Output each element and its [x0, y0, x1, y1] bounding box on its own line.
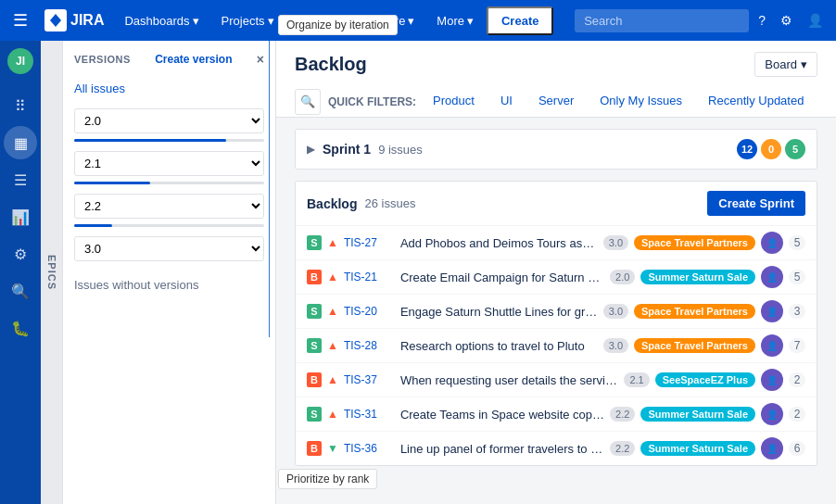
issue-row[interactable]: B ▲ TIS-37 When requesting user details … [296, 362, 817, 397]
issue-label: Space Travel Partners [634, 235, 755, 250]
scroll-area: ▶ Sprint 1 9 issues 12 0 5 Backlog [276, 118, 836, 504]
filters-row: 🔍 QUICK FILTERS: Product UI Server Only … [295, 86, 817, 117]
issue-points: 3 [789, 304, 805, 319]
backlog-section-count: 26 issues [364, 196, 415, 210]
filter-only-my-issues[interactable]: Only My Issues [590, 86, 691, 117]
chevron-down-icon: ▾ [467, 14, 474, 28]
issues-without-versions[interactable]: Issues without versions [63, 267, 275, 303]
sidebar-item-board[interactable]: ▦ [4, 126, 37, 159]
backlog-section-title: Backlog [307, 196, 357, 211]
issue-points: 5 [789, 235, 805, 250]
chevron-down-icon: ▾ [193, 14, 199, 28]
issue-version: 2.1 [624, 372, 649, 387]
issue-id: TIS-37 [344, 373, 395, 386]
sidebar-icons: JI ⠿ ▦ ☰ 📊 ⚙ 🔍 🐛 [0, 41, 41, 504]
issue-points: 2 [789, 407, 805, 422]
issue-label: Space Travel Partners [634, 304, 755, 319]
backlog-section: Backlog 26 issues Create Sprint S ▲ TIS-… [295, 181, 817, 466]
sidebar-item-addons[interactable]: ⚙ [4, 237, 37, 271]
issue-label: Summer Saturn Sale [640, 441, 755, 456]
create-button[interactable]: Create [487, 6, 553, 35]
version-bar-bg [74, 224, 264, 227]
user-icon[interactable]: 👤 [802, 7, 829, 33]
search-input[interactable] [575, 9, 749, 32]
sprint-badge-blue: 12 [737, 139, 757, 159]
version-select-20[interactable]: 2.0 [74, 108, 264, 133]
version-select-30[interactable]: 3.0 [74, 236, 264, 261]
capture-menu[interactable]: Capture ▾ [353, 8, 424, 33]
issue-avatar: 👤 [761, 403, 783, 425]
version-bar-wrap [63, 182, 275, 188]
search-small-button[interactable]: 🔍 [295, 89, 321, 115]
epics-tab[interactable]: EPICS [41, 41, 63, 504]
dashboards-menu[interactable]: Dashboards ▾ [115, 8, 208, 33]
issue-row[interactable]: S ▲ TIS-20 Engage Saturn Shuttle Lines f… [296, 294, 817, 328]
issue-summary: Create Teams in Space website copy for t… [400, 408, 604, 422]
filter-recently-updated[interactable]: Recently Updated [699, 86, 813, 117]
version-select-22[interactable]: 2.2 [74, 194, 264, 219]
filter-product[interactable]: Product [424, 86, 484, 117]
issue-avatar: 👤 [761, 232, 783, 254]
version-select-21[interactable]: 2.1 [74, 151, 264, 176]
issue-id: TIS-27 [344, 236, 395, 249]
issues-menu[interactable]: Issues ▾ [287, 8, 350, 33]
issue-avatar: 👤 [761, 266, 783, 288]
jira-logo-icon [44, 9, 67, 32]
issue-row[interactable]: B ▼ TIS-36 Line up panel of former trave… [296, 431, 817, 465]
sprint-name: Sprint 1 [323, 142, 371, 157]
issue-row[interactable]: S ▲ TIS-31 Create Teams in Space website… [296, 397, 817, 431]
issue-version: 3.0 [603, 304, 628, 319]
backlog-title-row: Backlog Board ▾ [295, 52, 817, 77]
more-menu[interactable]: More ▾ [427, 8, 483, 33]
issue-row[interactable]: S ▲ TIS-28 Research options to travel to… [296, 328, 817, 362]
close-versions-button[interactable]: × [257, 52, 264, 67]
filter-server[interactable]: Server [529, 86, 583, 117]
issue-summary: When requesting user details the service… [400, 373, 618, 387]
backlog-header: Backlog Board ▾ 🔍 QUICK FILTERS: Product… [276, 41, 836, 118]
help-icon[interactable]: ? [753, 7, 771, 33]
priority-high-icon: ▲ [327, 339, 338, 352]
create-version-link[interactable]: Create version [155, 53, 232, 66]
bug-icon: B [307, 372, 322, 387]
create-sprint-button[interactable]: Create Sprint [707, 191, 805, 216]
quick-filters-label: QUICK FILTERS: [328, 95, 416, 108]
version-bar-fill [74, 182, 150, 184]
issue-label: SeeSpaceEZ Plus [655, 372, 755, 387]
sidebar-item-search[interactable]: 🔍 [4, 274, 37, 308]
issue-avatar: 👤 [761, 334, 783, 357]
sidebar-item-home[interactable]: ⠿ [4, 89, 37, 122]
issue-label: Space Travel Partners [634, 338, 755, 353]
issue-points: 5 [789, 270, 805, 284]
bug-icon: B [307, 270, 322, 284]
issue-row[interactable]: B ▲ TIS-21 Create Email Campaign for Sat… [296, 259, 817, 294]
chevron-down-icon: ▾ [268, 14, 274, 28]
jira-logo[interactable]: JIRA [37, 9, 111, 32]
sprint-header[interactable]: ▶ Sprint 1 9 issues 12 0 5 [296, 130, 817, 169]
avatar[interactable]: JI [7, 48, 33, 74]
story-icon: S [307, 235, 322, 250]
sidebar-item-reports[interactable]: 📊 [4, 200, 37, 233]
filter-ui[interactable]: UI [491, 86, 522, 117]
chevron-down-icon: ▾ [801, 57, 807, 71]
version-item: 2.1 [63, 145, 275, 182]
issue-points: 7 [789, 338, 805, 353]
issue-id: TIS-20 [344, 305, 395, 318]
hamburger-menu[interactable]: ☰ [7, 5, 33, 36]
sprint-count: 9 issues [378, 143, 423, 157]
priority-high-icon: ▲ [327, 373, 338, 386]
board-button[interactable]: Board ▾ [754, 52, 817, 77]
sidebar-item-bugs[interactable]: 🐛 [4, 311, 37, 345]
settings-icon[interactable]: ⚙ [775, 7, 798, 33]
issue-label: Summer Saturn Sale [640, 270, 755, 284]
issue-row[interactable]: S ▲ TIS-27 Add Phobos and Deimos Tours a… [296, 225, 817, 259]
sidebar-item-backlog[interactable]: ☰ [4, 163, 37, 196]
projects-menu[interactable]: Projects ▾ [212, 8, 284, 33]
bug-icon: B [307, 441, 322, 456]
sprint-chevron-icon: ▶ [307, 143, 315, 156]
main-content: Backlog Board ▾ 🔍 QUICK FILTERS: Product… [276, 41, 836, 504]
all-issues-link[interactable]: All issues [63, 74, 275, 103]
issue-summary: Create Email Campaign for Saturn Summer … [400, 271, 604, 284]
story-icon: S [307, 338, 322, 353]
issue-id: TIS-28 [344, 339, 395, 352]
issue-avatar: 👤 [761, 437, 783, 460]
